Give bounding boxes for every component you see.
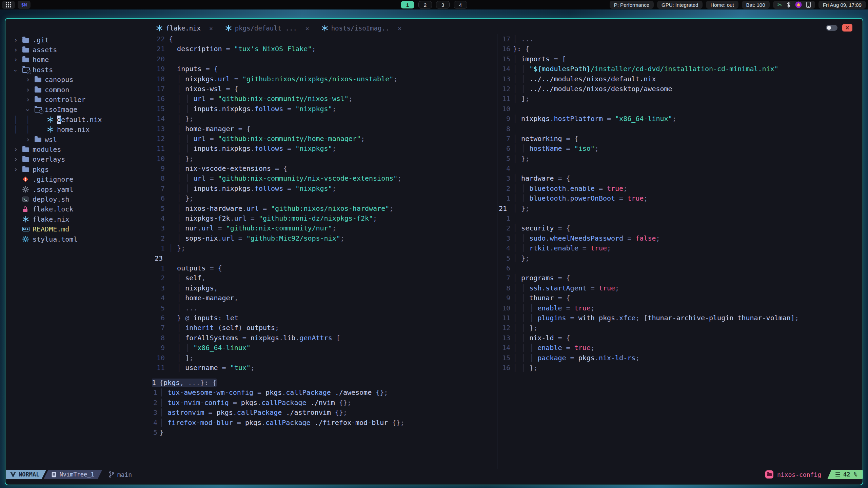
code-line: 3│ hardware = { [499, 174, 861, 184]
tree-item-overlays[interactable]: ›overlays [14, 155, 153, 164]
line-number: 5 [499, 254, 510, 262]
editor-flake-nix[interactable]: 22{21 description = "tux's NixOS Flake";… [155, 35, 496, 373]
line-number: 8 [499, 284, 510, 292]
scroll-progress-segment: 42 % [827, 470, 863, 479]
nix-logo-text: $N [21, 2, 27, 7]
flame-app-icon[interactable] [795, 1, 802, 8]
tree-item-.gitignore[interactable]: .gitignore [14, 174, 153, 184]
tab-hosts-isoImag..[interactable]: hosts/isoImag..× [321, 24, 401, 32]
chevron-down-icon: › [12, 68, 20, 73]
bluetooth-icon[interactable] [787, 2, 791, 8]
code-line: 10│ │ │ enable = true; [499, 304, 861, 314]
code-line: 15│ │ │ package = pkgs.nix-ld-rs; [499, 354, 861, 364]
tree-item-flake.lock[interactable]: flake.lock [14, 204, 153, 214]
phone-icon[interactable] [806, 2, 811, 8]
folder-icon [22, 147, 29, 152]
editor-pkgs-default[interactable]: 1{pkgs, ...}: {1│ tux-awesome-wm-config … [152, 379, 496, 438]
term-file-icon [22, 197, 28, 202]
workspace-4[interactable]: 4 [454, 1, 467, 8]
line-number: 9 [155, 164, 165, 172]
tree-item-wsl[interactable]: ›wsl [14, 135, 153, 144]
line-number: 7 [499, 135, 510, 143]
window-close-button[interactable]: × [842, 24, 852, 32]
line-number: 15 [499, 354, 510, 362]
branch-label: main [117, 471, 132, 478]
tree-item-home[interactable]: ›home [14, 55, 153, 65]
code-line: 9 │ │ "x86_64-linux" [155, 344, 496, 353]
tree-item-label: assets [33, 46, 57, 54]
code-line: 1│ }; [155, 244, 496, 254]
tab-close-icon[interactable]: × [305, 25, 309, 32]
line-number: 8 [155, 174, 165, 182]
tree-item-label: pkgs [33, 165, 49, 174]
tree-item-controller[interactable]: ›controller [14, 95, 153, 104]
code-line: 7 │ inherit (self) outputs; [155, 324, 496, 333]
code-line: 12 │ │ url = "github:nix-community/home-… [155, 135, 496, 144]
code-line: 4 │ home-manager, [155, 294, 496, 304]
code-line: 21│ }; [499, 204, 861, 214]
tree-item-default.nix[interactable]: ││default.nix [14, 115, 153, 124]
code-line: 8│ │ ssh.startAgent = true; [499, 284, 861, 294]
code-line: 14│ │ "${modulesPath}/installer/cd-dvd/i… [499, 65, 861, 75]
tree-item-.sops.yaml[interactable]: .sops.yaml [14, 184, 153, 194]
chevron-right-icon: › [26, 76, 30, 84]
file-tree[interactable]: ›.git›assets›home›hosts ›canopus ›common… [14, 35, 153, 244]
tree-item-canopus[interactable]: ›canopus [14, 75, 153, 85]
tree-item-.git[interactable]: ›.git [14, 35, 153, 45]
tree-item-flake.nix[interactable]: flake.nix [14, 214, 153, 224]
tree-item-deploy.sh[interactable]: deploy.sh [14, 194, 153, 204]
folder-open-check-icon [35, 107, 42, 113]
window-toggle-button[interactable] [826, 25, 837, 31]
tree-item-assets[interactable]: ›assets [14, 45, 153, 55]
code-line: 15│ imports = [ [499, 55, 861, 65]
tree-item-common[interactable]: ›common [14, 85, 153, 95]
tree-item-modules[interactable]: ›modules [14, 144, 153, 154]
line-number: 23 [155, 254, 165, 262]
line-number: 4 [152, 419, 157, 427]
code-line: 10 │ }; [155, 155, 496, 164]
tree-item-README.md[interactable]: README.md [14, 224, 153, 234]
tree-item-isoImage[interactable]: ›isoImage [14, 105, 153, 115]
code-line: 4│ │ rtkit.enable = true; [499, 244, 861, 254]
code-line: 18 │ nixpkgs.url = "github:nixos/nixpkgs… [155, 75, 496, 85]
line-number: 10 [499, 304, 510, 312]
tree-item-pkgs[interactable]: ›pkgs [14, 164, 153, 174]
code-line: 16}: { [499, 45, 861, 55]
editor-hosts-isoimage[interactable]: 17│ ...16}: {15│ imports = [14│ │ "${mod… [499, 35, 861, 373]
tab-label: hosts/isoImag.. [331, 24, 390, 32]
vertical-split-separator[interactable] [497, 34, 497, 469]
line-number: 11 [499, 95, 510, 103]
tab-close-icon[interactable]: × [398, 25, 401, 32]
screenshot-scissors-icon[interactable]: ✂ [777, 1, 782, 8]
code-line: 13│ │ nix-ld = { [499, 334, 861, 344]
tree-item-home.nix[interactable]: ││home.nix [14, 125, 153, 135]
code-line: 21 description = "tux's NixOS Flake"; [155, 45, 496, 55]
tab-close-icon[interactable]: × [209, 25, 213, 32]
code-line: 22{ [155, 35, 496, 45]
tree-item-label: canopus [45, 76, 73, 84]
nix-logo-button[interactable]: $N [18, 1, 31, 9]
workspace-2[interactable]: 2 [418, 1, 432, 8]
horizontal-split-separator[interactable] [155, 376, 497, 376]
chevron-right-icon: › [26, 86, 30, 94]
tab-flake.nix[interactable]: flake.nix× [156, 24, 213, 32]
tree-item-hosts[interactable]: ›hosts [14, 65, 153, 75]
code-line: 8 │ forAllSystems = nixpkgs.lib.genAttrs… [155, 334, 496, 344]
app-launcher-button[interactable] [2, 1, 15, 9]
tab-pkgs-default-...[interactable]: pkgs/default ...× [225, 24, 309, 32]
line-number: 18 [155, 75, 165, 83]
workspace-3[interactable]: 3 [436, 1, 450, 8]
tree-item-stylua.toml[interactable]: stylua.toml [14, 234, 153, 244]
progress-label: 42 % [843, 471, 857, 478]
mode-segment: NORMAL [6, 470, 46, 479]
line-number: 6 [499, 144, 510, 152]
tab-nix-icon [225, 25, 232, 32]
status-bar: NORMAL NvimTree_1 main nixos-config 42 % [5, 470, 863, 479]
code-line: 2│ │ bluetooth.enable = true; [499, 184, 861, 194]
tree-item-label: hosts [33, 66, 53, 74]
lock-file-icon [22, 206, 28, 212]
line-number: 4 [155, 294, 165, 302]
code-line: 3 │ nixpkgs, [155, 284, 496, 294]
workspace-1[interactable]: 1 [401, 1, 414, 8]
git-branch-icon [108, 471, 115, 478]
